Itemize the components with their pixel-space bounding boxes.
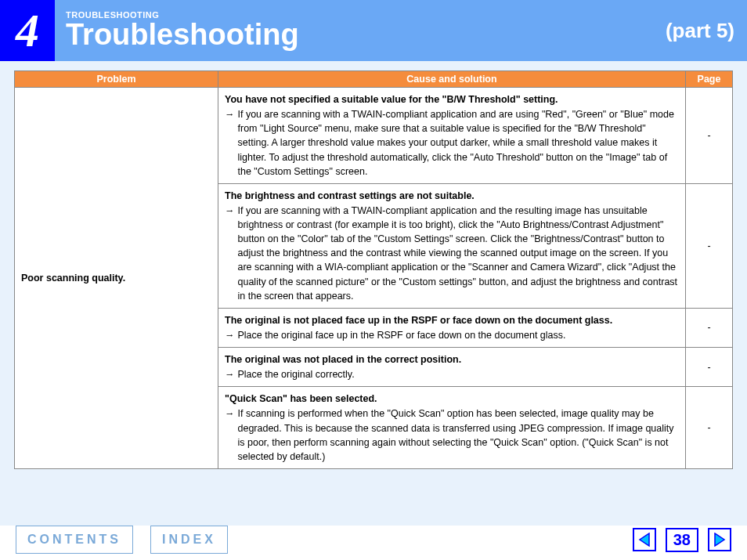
cause-heading: "Quick Scan" has been selected. <box>225 393 377 404</box>
content-area: Problem Cause and solution Page Poor sca… <box>0 61 747 526</box>
cause-heading: The original was not placed in the corre… <box>225 354 461 365</box>
triangle-right-icon <box>713 533 726 547</box>
cause-heading: The original is not placed face up in th… <box>225 315 612 326</box>
page-cell: - <box>686 308 733 347</box>
troubleshooting-table: Problem Cause and solution Page Poor sca… <box>14 70 733 469</box>
page-header: 4 TROUBLESHOOTING Troubleshooting (part … <box>0 0 747 61</box>
prev-page-button[interactable] <box>633 528 656 551</box>
cause-cell: You have not specified a suitable value … <box>218 88 686 184</box>
cause-heading: The brightness and contrast settings are… <box>225 190 475 201</box>
cause-cell: The brightness and contrast settings are… <box>218 183 686 308</box>
index-button[interactable]: INDEX <box>150 526 228 554</box>
arrow-icon: → <box>225 328 238 342</box>
arrow-icon: → <box>225 406 238 464</box>
chapter-number: 4 <box>0 0 55 61</box>
cause-body: If you are scanning with a TWAIN-complia… <box>238 204 680 303</box>
part-label: (part 5) <box>666 0 747 61</box>
page-cell: - <box>686 387 733 469</box>
col-cause: Cause and solution <box>218 71 686 88</box>
page-nav: 38 <box>633 528 731 552</box>
page-cell: - <box>686 183 733 308</box>
cause-cell: The original was not placed in the corre… <box>218 348 686 387</box>
arrow-icon: → <box>225 204 238 303</box>
cause-cell: The original is not placed face up in th… <box>218 308 686 347</box>
triangle-left-icon <box>638 533 651 547</box>
page-title: Troubleshooting <box>66 18 666 52</box>
page-cell: - <box>686 88 733 184</box>
table-row: Poor scanning quality. You have not spec… <box>15 88 733 184</box>
cause-body: If you are scanning with a TWAIN-complia… <box>238 107 680 179</box>
arrow-icon: → <box>225 107 238 179</box>
problem-cell: Poor scanning quality. <box>15 88 218 469</box>
header-text: TROUBLESHOOTING Troubleshooting <box>55 0 666 61</box>
arrow-icon: → <box>225 367 238 381</box>
svg-marker-0 <box>640 533 649 546</box>
footer: CONTENTS INDEX 38 <box>0 522 747 557</box>
page-cell: - <box>686 348 733 387</box>
cause-body: Place the original correctly. <box>238 367 680 381</box>
cause-body: Place the original face up in the RSPF o… <box>238 328 680 342</box>
next-page-button[interactable] <box>708 528 731 551</box>
cause-heading: You have not specified a suitable value … <box>225 94 558 105</box>
col-page: Page <box>686 71 733 88</box>
cause-body: If scanning is performed when the "Quick… <box>238 406 680 464</box>
contents-button[interactable]: CONTENTS <box>16 526 133 554</box>
svg-marker-1 <box>715 533 724 546</box>
col-problem: Problem <box>15 71 218 88</box>
cause-cell: "Quick Scan" has been selected. → If sca… <box>218 387 686 469</box>
page-number: 38 <box>666 528 698 552</box>
